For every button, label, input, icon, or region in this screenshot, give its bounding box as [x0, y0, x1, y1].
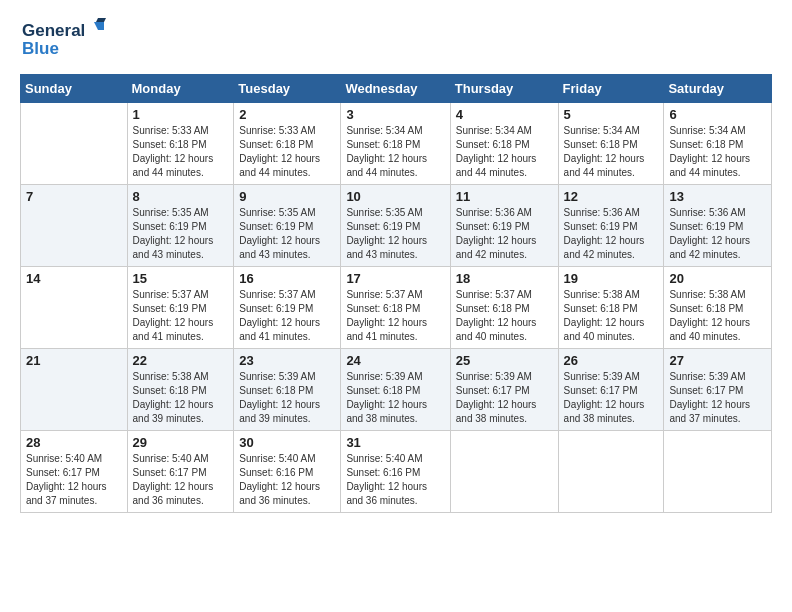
calendar-cell: 21	[21, 349, 128, 431]
day-number: 10	[346, 189, 444, 204]
calendar-cell: 7	[21, 185, 128, 267]
svg-text:Blue: Blue	[22, 39, 59, 58]
day-number: 9	[239, 189, 335, 204]
day-info: Sunrise: 5:37 AM Sunset: 6:19 PM Dayligh…	[133, 288, 229, 344]
day-number: 28	[26, 435, 122, 450]
calendar-header-row: SundayMondayTuesdayWednesdayThursdayFrid…	[21, 75, 772, 103]
day-number: 5	[564, 107, 659, 122]
calendar-cell: 19Sunrise: 5:38 AM Sunset: 6:18 PM Dayli…	[558, 267, 664, 349]
day-number: 29	[133, 435, 229, 450]
calendar-cell: 8Sunrise: 5:35 AM Sunset: 6:19 PM Daylig…	[127, 185, 234, 267]
calendar-week-row: 2122Sunrise: 5:38 AM Sunset: 6:18 PM Day…	[21, 349, 772, 431]
day-number: 4	[456, 107, 553, 122]
calendar-cell: 9Sunrise: 5:35 AM Sunset: 6:19 PM Daylig…	[234, 185, 341, 267]
day-number: 14	[26, 271, 122, 286]
calendar-cell: 16Sunrise: 5:37 AM Sunset: 6:19 PM Dayli…	[234, 267, 341, 349]
col-header-friday: Friday	[558, 75, 664, 103]
calendar-cell: 11Sunrise: 5:36 AM Sunset: 6:19 PM Dayli…	[450, 185, 558, 267]
calendar-cell: 24Sunrise: 5:39 AM Sunset: 6:18 PM Dayli…	[341, 349, 450, 431]
calendar-cell: 12Sunrise: 5:36 AM Sunset: 6:19 PM Dayli…	[558, 185, 664, 267]
calendar-cell: 5Sunrise: 5:34 AM Sunset: 6:18 PM Daylig…	[558, 103, 664, 185]
day-number: 17	[346, 271, 444, 286]
day-info: Sunrise: 5:34 AM Sunset: 6:18 PM Dayligh…	[346, 124, 444, 180]
day-number: 25	[456, 353, 553, 368]
calendar-cell: 13Sunrise: 5:36 AM Sunset: 6:19 PM Dayli…	[664, 185, 772, 267]
day-number: 11	[456, 189, 553, 204]
calendar-cell	[664, 431, 772, 513]
day-info: Sunrise: 5:35 AM Sunset: 6:19 PM Dayligh…	[239, 206, 335, 262]
day-info: Sunrise: 5:36 AM Sunset: 6:19 PM Dayligh…	[564, 206, 659, 262]
day-info: Sunrise: 5:40 AM Sunset: 6:17 PM Dayligh…	[26, 452, 122, 508]
calendar-cell: 30Sunrise: 5:40 AM Sunset: 6:16 PM Dayli…	[234, 431, 341, 513]
day-info: Sunrise: 5:37 AM Sunset: 6:18 PM Dayligh…	[346, 288, 444, 344]
day-info: Sunrise: 5:35 AM Sunset: 6:19 PM Dayligh…	[346, 206, 444, 262]
calendar-cell: 28Sunrise: 5:40 AM Sunset: 6:17 PM Dayli…	[21, 431, 128, 513]
day-number: 13	[669, 189, 766, 204]
day-info: Sunrise: 5:36 AM Sunset: 6:19 PM Dayligh…	[669, 206, 766, 262]
day-number: 26	[564, 353, 659, 368]
day-number: 15	[133, 271, 229, 286]
calendar-cell: 25Sunrise: 5:39 AM Sunset: 6:17 PM Dayli…	[450, 349, 558, 431]
day-number: 24	[346, 353, 444, 368]
calendar-cell: 14	[21, 267, 128, 349]
logo-svg: General Blue	[20, 16, 110, 66]
calendar-week-row: 28Sunrise: 5:40 AM Sunset: 6:17 PM Dayli…	[21, 431, 772, 513]
calendar-cell: 22Sunrise: 5:38 AM Sunset: 6:18 PM Dayli…	[127, 349, 234, 431]
calendar-cell	[450, 431, 558, 513]
col-header-saturday: Saturday	[664, 75, 772, 103]
day-info: Sunrise: 5:36 AM Sunset: 6:19 PM Dayligh…	[456, 206, 553, 262]
calendar-cell: 29Sunrise: 5:40 AM Sunset: 6:17 PM Dayli…	[127, 431, 234, 513]
day-info: Sunrise: 5:34 AM Sunset: 6:18 PM Dayligh…	[456, 124, 553, 180]
day-number: 1	[133, 107, 229, 122]
day-info: Sunrise: 5:37 AM Sunset: 6:19 PM Dayligh…	[239, 288, 335, 344]
page-header: General Blue	[20, 16, 772, 66]
day-info: Sunrise: 5:38 AM Sunset: 6:18 PM Dayligh…	[669, 288, 766, 344]
day-info: Sunrise: 5:38 AM Sunset: 6:18 PM Dayligh…	[564, 288, 659, 344]
calendar-week-row: 1415Sunrise: 5:37 AM Sunset: 6:19 PM Day…	[21, 267, 772, 349]
calendar-cell: 27Sunrise: 5:39 AM Sunset: 6:17 PM Dayli…	[664, 349, 772, 431]
calendar-cell: 6Sunrise: 5:34 AM Sunset: 6:18 PM Daylig…	[664, 103, 772, 185]
calendar-cell: 15Sunrise: 5:37 AM Sunset: 6:19 PM Dayli…	[127, 267, 234, 349]
calendar-cell: 2Sunrise: 5:33 AM Sunset: 6:18 PM Daylig…	[234, 103, 341, 185]
day-info: Sunrise: 5:39 AM Sunset: 6:17 PM Dayligh…	[564, 370, 659, 426]
calendar-cell: 31Sunrise: 5:40 AM Sunset: 6:16 PM Dayli…	[341, 431, 450, 513]
logo: General Blue	[20, 16, 110, 66]
day-number: 3	[346, 107, 444, 122]
day-number: 18	[456, 271, 553, 286]
day-info: Sunrise: 5:40 AM Sunset: 6:16 PM Dayligh…	[346, 452, 444, 508]
logo-container: General Blue	[20, 16, 110, 66]
col-header-wednesday: Wednesday	[341, 75, 450, 103]
day-number: 21	[26, 353, 122, 368]
calendar-cell: 18Sunrise: 5:37 AM Sunset: 6:18 PM Dayli…	[450, 267, 558, 349]
day-number: 20	[669, 271, 766, 286]
day-number: 7	[26, 189, 122, 204]
day-number: 23	[239, 353, 335, 368]
calendar-week-row: 78Sunrise: 5:35 AM Sunset: 6:19 PM Dayli…	[21, 185, 772, 267]
day-number: 30	[239, 435, 335, 450]
col-header-sunday: Sunday	[21, 75, 128, 103]
col-header-monday: Monday	[127, 75, 234, 103]
calendar-cell: 17Sunrise: 5:37 AM Sunset: 6:18 PM Dayli…	[341, 267, 450, 349]
day-info: Sunrise: 5:34 AM Sunset: 6:18 PM Dayligh…	[669, 124, 766, 180]
day-number: 8	[133, 189, 229, 204]
day-number: 27	[669, 353, 766, 368]
day-info: Sunrise: 5:39 AM Sunset: 6:17 PM Dayligh…	[456, 370, 553, 426]
calendar-week-row: 1Sunrise: 5:33 AM Sunset: 6:18 PM Daylig…	[21, 103, 772, 185]
day-info: Sunrise: 5:40 AM Sunset: 6:17 PM Dayligh…	[133, 452, 229, 508]
day-info: Sunrise: 5:34 AM Sunset: 6:18 PM Dayligh…	[564, 124, 659, 180]
day-number: 22	[133, 353, 229, 368]
day-number: 19	[564, 271, 659, 286]
calendar-cell	[558, 431, 664, 513]
day-number: 6	[669, 107, 766, 122]
day-info: Sunrise: 5:35 AM Sunset: 6:19 PM Dayligh…	[133, 206, 229, 262]
col-header-tuesday: Tuesday	[234, 75, 341, 103]
day-number: 16	[239, 271, 335, 286]
calendar-cell: 3Sunrise: 5:34 AM Sunset: 6:18 PM Daylig…	[341, 103, 450, 185]
day-number: 2	[239, 107, 335, 122]
calendar-cell: 10Sunrise: 5:35 AM Sunset: 6:19 PM Dayli…	[341, 185, 450, 267]
day-info: Sunrise: 5:38 AM Sunset: 6:18 PM Dayligh…	[133, 370, 229, 426]
calendar-cell: 26Sunrise: 5:39 AM Sunset: 6:17 PM Dayli…	[558, 349, 664, 431]
svg-text:General: General	[22, 21, 85, 40]
calendar-cell: 23Sunrise: 5:39 AM Sunset: 6:18 PM Dayli…	[234, 349, 341, 431]
day-number: 12	[564, 189, 659, 204]
